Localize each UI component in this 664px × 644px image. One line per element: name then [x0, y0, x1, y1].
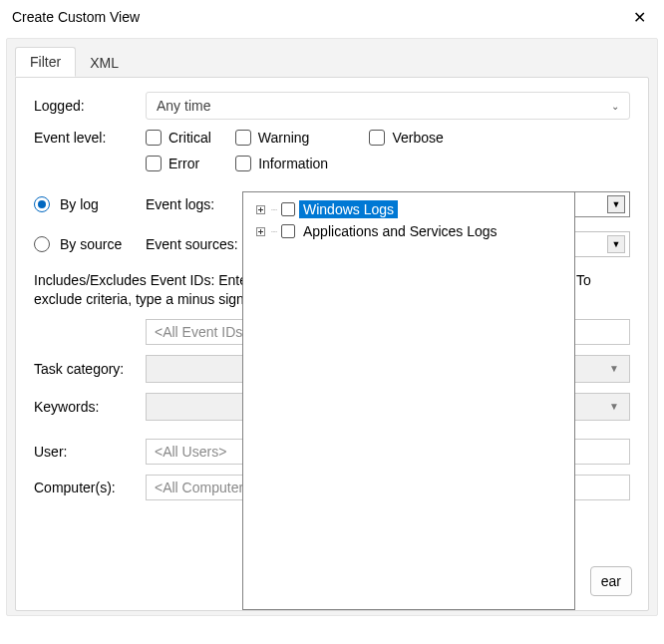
- triangle-down-icon: ▼: [605, 363, 623, 374]
- radio-by-log[interactable]: [34, 196, 50, 212]
- tree-label-apps-services[interactable]: Applications and Services Logs: [299, 222, 501, 240]
- expand-icon[interactable]: [253, 202, 267, 216]
- logged-dropdown[interactable]: Any time ⌄: [146, 92, 630, 120]
- tree-label-windows-logs[interactable]: Windows Logs: [299, 200, 398, 218]
- checkbox-warning[interactable]: Warning: [235, 130, 310, 146]
- label-computers: Computer(s):: [34, 480, 146, 495]
- tree-checkbox[interactable]: [281, 224, 295, 238]
- label-by-log: By log: [60, 196, 146, 212]
- checkbox-critical[interactable]: Critical: [146, 130, 211, 146]
- window-title: Create Custom View: [12, 9, 140, 25]
- titlebar: Create Custom View ✕: [0, 0, 664, 34]
- label-user: User:: [34, 444, 146, 460]
- radio-by-source[interactable]: [34, 236, 50, 252]
- expand-icon[interactable]: [253, 224, 267, 238]
- triangle-down-icon: ▼: [607, 195, 625, 213]
- tab-strip: Filter XML: [7, 39, 657, 77]
- clear-button[interactable]: ear: [590, 566, 632, 596]
- tree-checkbox[interactable]: [281, 202, 295, 216]
- tree-connector: ┈: [271, 204, 277, 215]
- tab-filter[interactable]: Filter: [15, 47, 76, 77]
- event-logs-tree-popup: ┈ Windows Logs ┈ Applications and Servic…: [242, 191, 575, 610]
- label-logged: Logged:: [34, 98, 146, 114]
- label-keywords: Keywords:: [34, 399, 146, 415]
- close-icon[interactable]: ✕: [624, 8, 654, 27]
- tree-item-windows-logs[interactable]: ┈ Windows Logs: [247, 198, 570, 220]
- triangle-down-icon: ▼: [607, 235, 625, 253]
- chevron-down-icon: ⌄: [611, 101, 619, 112]
- tree-connector: ┈: [271, 226, 277, 237]
- triangle-down-icon: ▼: [605, 401, 623, 412]
- tree-item-apps-services-logs[interactable]: ┈ Applications and Services Logs: [247, 220, 570, 242]
- tab-xml[interactable]: XML: [76, 49, 133, 77]
- label-event-level: Event level:: [34, 130, 146, 146]
- checkbox-error[interactable]: Error: [146, 156, 199, 171]
- label-task-category: Task category:: [34, 361, 146, 377]
- checkbox-verbose[interactable]: Verbose: [369, 130, 443, 146]
- label-by-source: By source: [60, 236, 146, 252]
- checkbox-information[interactable]: Information: [235, 156, 328, 171]
- logged-value: Any time: [157, 98, 210, 114]
